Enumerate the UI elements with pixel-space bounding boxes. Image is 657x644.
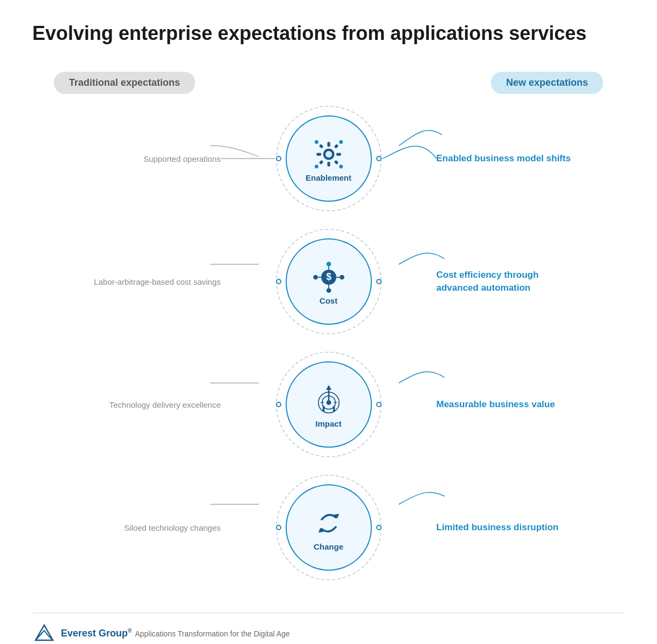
diagram-area: Traditional expectations New expectation… (32, 72, 625, 597)
enablement-inner-circle: Enablement (286, 115, 372, 202)
svg-point-14 (339, 165, 343, 168)
cost-right-dot (376, 279, 382, 284)
svg-rect-10 (334, 160, 338, 165)
enablement-right-text: Enabled business model shifts (437, 152, 571, 165)
row-change: Siloed technology changes (86, 474, 571, 581)
new-label: New expectations (491, 72, 603, 94)
change-left-dot (276, 525, 281, 530)
svg-point-13 (314, 165, 318, 168)
svg-text:$: $ (326, 271, 331, 282)
svg-rect-32 (322, 406, 324, 412)
svg-rect-5 (316, 153, 321, 155)
cost-circle: $ Cost (275, 228, 383, 335)
change-right-text: Limited business disruption (437, 521, 571, 534)
enablement-right-dot (376, 156, 382, 161)
change-inner-circle: Change (286, 484, 372, 571)
svg-rect-4 (327, 162, 330, 167)
cost-right-text: Cost efficiency through advanced automat… (437, 269, 571, 294)
svg-point-12 (339, 140, 343, 143)
footer: Everest Group® Applications Transformati… (32, 613, 625, 643)
svg-point-20 (340, 275, 344, 279)
enablement-icon (310, 135, 348, 173)
traditional-label: Traditional expectations (54, 72, 195, 94)
row-cost: Labor-arbitrage-based cost savings $ (86, 228, 571, 335)
svg-rect-8 (334, 143, 338, 148)
everest-mountain-icon (32, 624, 57, 643)
enablement-label: Enablement (306, 173, 351, 182)
svg-rect-6 (336, 153, 341, 155)
footer-logo: Everest Group® (32, 624, 132, 643)
page-container: Evolving enterprise expectations from ap… (0, 0, 657, 644)
page-title: Evolving enterprise expectations from ap… (32, 22, 625, 45)
cost-icon: $ (310, 258, 348, 296)
impact-right-dot (376, 402, 382, 407)
cost-left-text: Labor-arbitrage-based cost savings (86, 276, 221, 287)
svg-point-18 (313, 275, 318, 279)
svg-rect-7 (319, 143, 323, 148)
enablement-left-text: Supported operations (86, 153, 221, 165)
footer-tagline: Applications Transformation for the Digi… (135, 629, 289, 638)
change-right-dot (376, 525, 382, 530)
enablement-left-dot (276, 156, 281, 161)
impact-left-text: Technology delivery excellence (86, 399, 221, 410)
impact-icon (310, 381, 348, 419)
cost-label: Cost (320, 296, 337, 305)
svg-marker-31 (326, 385, 331, 390)
svg-rect-9 (319, 160, 323, 165)
svg-point-2 (325, 151, 331, 157)
svg-rect-33 (333, 406, 335, 412)
change-circle: Change (275, 474, 383, 581)
impact-label: Impact (315, 419, 341, 428)
header-labels: Traditional expectations New expectation… (32, 72, 625, 94)
footer-brand-name: Everest Group® (61, 628, 132, 639)
impact-right-text: Measurable business value (437, 398, 571, 411)
change-label: Change (314, 542, 343, 551)
cost-inner-circle: $ Cost (286, 238, 372, 325)
row-impact: Technology delivery excellence (86, 351, 571, 458)
impact-circle: Impact (275, 351, 383, 458)
row-enablement: Supported operations (86, 105, 571, 213)
svg-point-11 (314, 140, 318, 143)
svg-point-24 (326, 288, 331, 293)
change-icon (310, 504, 348, 542)
change-left-text: Siloed technology changes (86, 522, 221, 533)
enablement-circle: Enablement (275, 105, 383, 213)
cost-left-dot (276, 279, 281, 284)
svg-rect-3 (327, 142, 330, 147)
impact-left-dot (276, 402, 281, 407)
svg-point-22 (326, 262, 331, 266)
impact-inner-circle: Impact (286, 361, 372, 448)
